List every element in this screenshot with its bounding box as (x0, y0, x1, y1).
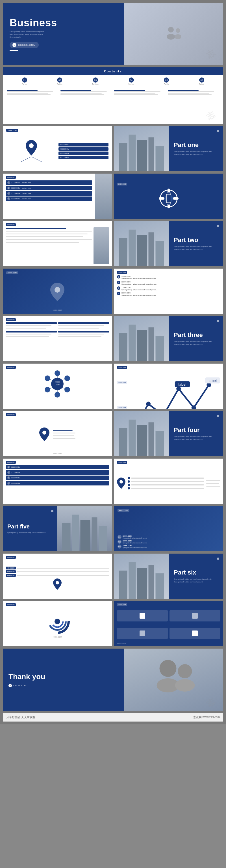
part-three-text: Part three Synergistically utilize techn… (169, 316, 223, 361)
step-num-3: 3 (7, 192, 10, 195)
slide10-brand: XXXX.COM (117, 271, 127, 274)
num-text-4: XXXX.COMSynergistically utilize technica… (122, 292, 157, 297)
bar1 (6, 322, 57, 324)
slide5-brand: XXXX.COM (6, 176, 16, 179)
step-row-3: XXXX.COM (6, 574, 109, 577)
bottom-bar: 分享好作品 天天拿收益 志设网·www.zs9.com (3, 713, 223, 721)
row-desc-3: Synergistically utilize technically soun… (123, 547, 147, 549)
icon-6: 06 (199, 78, 204, 83)
slide11-header: XXXX.COM (6, 318, 109, 321)
timeline-item-4 (128, 487, 204, 489)
bar2 (6, 331, 57, 333)
part-five-desc: Synergistically utilize technically soun… (7, 531, 53, 534)
dot-deco (217, 130, 219, 132)
part-four-desc: Synergistically utilize technically soun… (174, 435, 218, 441)
row-7-8: XXXX.COM (3, 221, 223, 266)
part-one-photo (114, 126, 169, 171)
part-five-text: Part five Synergistically utilize techni… (3, 506, 57, 551)
slide13-header: XXXX.COM (6, 366, 16, 369)
slide21-header: XXXX.COM (6, 556, 109, 559)
timeline-item-2 (128, 480, 204, 483)
slide13-brand: XXXX.COM (6, 366, 16, 369)
part-two-text: Part two Synergistically utilize technic… (169, 221, 223, 266)
part-one-text: Part one Synergistically utilize technic… (169, 126, 223, 171)
line-chart-svg: label label label (129, 370, 220, 409)
slide-location-white: XXXX.COM XXXX.COM (3, 411, 112, 456)
col-2 (60, 89, 112, 96)
slide9-brand-bottom: XXXX.COM (6, 309, 108, 311)
step-text-2: XXXX.COM - content here (11, 187, 31, 189)
slide14-brand: XXXX.COM (117, 366, 127, 369)
thankyou-right (124, 649, 223, 711)
slide18-brand: XXXX.COM (117, 461, 127, 464)
svg-rect-23 (137, 235, 147, 266)
part-four-text: Part four Synergistically utilize techni… (169, 411, 223, 456)
slide-content-grid: XXXX.COM (3, 316, 112, 361)
svg-rect-18 (166, 194, 171, 203)
num-badge-2: 2 (117, 281, 120, 284)
icon-label-4: Part four (129, 83, 134, 85)
slide-blue-text-grid: XXXX.COM 01 XXXX.COM Synergistically uti… (114, 506, 223, 551)
slide-part-three: Part three Synergistically utilize techn… (114, 316, 223, 361)
step17-num-1: 1 (7, 466, 10, 468)
svg-rect-29 (137, 330, 147, 361)
slide20-header: XXXX.COM (118, 509, 220, 512)
part-two-photo (114, 221, 169, 266)
svg-point-0 (168, 27, 174, 32)
row-17-18: XXXX.COM 1 XXXX.COM 2 XXXX.COM 3 XXXX.CO… (3, 459, 223, 504)
slide5-left: XXXX.COM 1 XXXX.COM - content here 2 XXX… (3, 174, 95, 219)
slide23-header: XXXX.COM (6, 603, 16, 606)
part-five-title: Part five (7, 523, 53, 530)
svg-point-37 (64, 387, 70, 393)
bottom-right-text: 志设网·www.zs9.com (193, 715, 220, 719)
num-text-2: XXXX.COMSynergistically utilize technica… (122, 281, 157, 285)
svg-rect-60 (119, 428, 127, 456)
svg-point-2 (176, 28, 180, 33)
svg-rect-22 (129, 229, 136, 266)
slide9-pin-center (6, 274, 108, 309)
svg-line-45 (50, 388, 52, 389)
slide-cover: Business Synergistically utilize technic… (3, 3, 223, 65)
slide18-body (117, 465, 220, 502)
svg-text:XXXX: XXXX (55, 381, 60, 383)
contents-item-6: 06 Part six (199, 78, 204, 85)
slide3-brand: XXXX.COM (6, 129, 18, 132)
svg-point-83 (178, 664, 192, 678)
slide21-body: XXXX.COM XXXX.COM XXXX.COM (6, 560, 109, 596)
contents-body (3, 87, 223, 98)
slide6-header: XXXX.COM (117, 183, 127, 185)
timeline-content (128, 477, 204, 489)
slide7-body (6, 227, 109, 264)
svg-line-46 (50, 379, 52, 380)
row-23-24: XXXX.COM XXXX.COM XXXX.COM (3, 601, 223, 646)
step-2: 2 XXXX.COM - content here (6, 186, 92, 190)
shape-grid-content (117, 608, 220, 641)
icon-3: 03 (93, 78, 98, 83)
col-left (6, 322, 57, 359)
contents-icons-row: 01 Part one 02 Part two 03 Part three 04… (3, 76, 223, 87)
cover-url-bar[interactable]: » XXXXX.COM (10, 42, 39, 48)
slide23-brand: XXXX.COM (6, 603, 16, 606)
svg-rect-75 (149, 565, 154, 599)
slide9-header: XXXX.COM (6, 272, 108, 274)
step-4: 4 XXXX.COM - content here (6, 196, 92, 201)
icon-1: 01 (22, 78, 27, 83)
part-one-title: Part one (174, 142, 218, 149)
thankyou-url: XXXXX.COM (13, 684, 27, 687)
row-num-2: 02 (118, 540, 122, 544)
cover-line (10, 50, 18, 51)
slide-content-list: XXXX.COM 1 XXXX.COM - content here 2 XXX… (3, 174, 112, 219)
buildings-svg-3 (114, 316, 169, 361)
svg-point-59 (42, 431, 46, 435)
slide5-photo (95, 174, 112, 219)
cover-left: Business Synergistically utilize technic… (3, 3, 124, 65)
box2: XXXX.COM (59, 147, 108, 151)
row-title-1: XXXX.COM (123, 535, 147, 537)
slide7-header: XXXX.COM (6, 223, 109, 226)
slide9-brand: XXXX.COM (6, 272, 18, 274)
part-six-desc: Synergistically utilize technically soun… (174, 578, 218, 583)
slide18-text (206, 479, 220, 487)
slide11-brand: XXXX.COM (6, 318, 16, 321)
step-text-3: XXXX.COM - content here (11, 192, 31, 194)
step-text-1: XXXX.COM - content here (11, 182, 31, 184)
